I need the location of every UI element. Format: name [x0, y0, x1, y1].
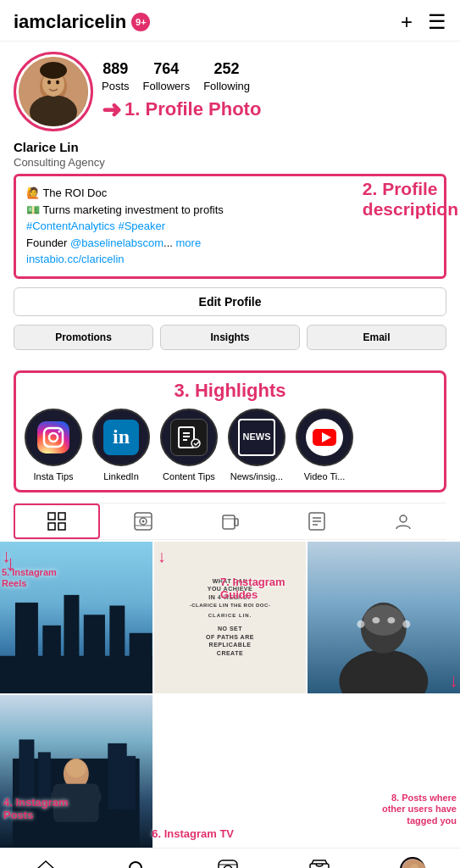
tab-igtv[interactable] — [186, 504, 273, 539]
grid-section: ↓ 5. Instagram Reels WHAT CAN YOU ACHIEV… — [0, 542, 460, 848]
svg-point-53 — [66, 760, 86, 778]
grid-cell-2[interactable]: WHAT CAN YOU ACHIEVE IN 4 WEEKS? -CLARIC… — [154, 542, 307, 694]
following-count: 252 — [214, 60, 240, 78]
highlight-insta-tips[interactable]: Insta Tips — [25, 409, 82, 481]
grid-cell-4[interactable] — [0, 695, 152, 848]
nav-shop[interactable] — [308, 859, 330, 868]
instagram-tv-annotation: 6. Instagram TV — [152, 827, 234, 841]
svg-point-55 — [130, 862, 141, 868]
profile-section: 889 Posts 764 Followers 252 Following ➜ … — [0, 42, 460, 370]
svg-rect-14 — [48, 513, 55, 520]
nav-reels[interactable] — [217, 859, 239, 868]
content-tips-icon — [170, 419, 208, 456]
highlights-border: 3. Highlights Insta Tips — [14, 370, 446, 492]
avatar — [19, 57, 88, 126]
followers-label: Followers — [143, 80, 191, 92]
svg-rect-38 — [0, 655, 152, 693]
bio-link[interactable]: instabio.cc/claricelin — [26, 253, 125, 265]
instagram-icon — [37, 421, 69, 453]
avatar-border — [14, 52, 93, 131]
svg-rect-16 — [48, 523, 55, 530]
home-icon — [35, 859, 57, 868]
instagram-guides-annotation: 7. Instagram Guides — [220, 576, 285, 602]
content-tab-bar — [14, 503, 446, 540]
posts-stat: 889 Posts — [102, 60, 130, 92]
guides-tab-icon — [308, 512, 326, 531]
action-buttons-row: Promotions Insights Email — [14, 325, 446, 353]
grid-tab-icon — [47, 512, 66, 531]
news-circle: NEWS — [228, 409, 285, 466]
profile-stats: 889 Posts 764 Followers 252 Following ➜ … — [102, 60, 446, 124]
email-button[interactable]: Email — [307, 325, 446, 350]
news-icon: NEWS — [238, 419, 275, 456]
highlight-label-news: News/insig... — [230, 471, 283, 481]
highlight-label-linkedin: LinkedIn — [103, 471, 139, 481]
svg-point-6 — [40, 62, 67, 79]
igtv-annotation-arrow: ↓ — [158, 547, 166, 566]
profile-subtitle: Consulting Agency — [14, 156, 446, 169]
following-label: Following — [203, 80, 250, 92]
youtube-icon — [306, 419, 343, 456]
highlight-content-tips[interactable]: Content Tips — [160, 409, 218, 481]
highlight-label-insta: Insta Tips — [33, 471, 73, 481]
bio-more-link[interactable]: more — [176, 236, 202, 249]
tagged-posts-annotation: 8. Posts where other users have tagged y… — [382, 793, 457, 826]
svg-point-39 — [340, 649, 429, 693]
bio-line-3: #ContentAnalytics #Speaker — [26, 218, 434, 235]
svg-point-5 — [56, 81, 59, 85]
svg-point-44 — [357, 620, 365, 627]
svg-point-11 — [191, 439, 200, 448]
highlights-row: Insta Tips in LinkedIn — [16, 409, 444, 481]
notification-badge[interactable]: 9+ — [131, 13, 150, 31]
highlight-label-video: Video Ti... — [304, 471, 346, 481]
header-left: iamclaricelin 9+ — [14, 11, 150, 33]
hashtag-speaker[interactable]: #Speaker — [118, 220, 165, 232]
highlights-annotation: 3. Highlights — [16, 380, 444, 402]
svg-point-20 — [142, 520, 145, 522]
following-stat[interactable]: 252 Following — [203, 60, 250, 92]
edit-profile-button[interactable]: Edit Profile — [14, 287, 446, 316]
insights-button[interactable]: Insights — [160, 325, 300, 350]
add-icon[interactable]: + — [401, 10, 413, 34]
tab-grid[interactable] — [14, 504, 100, 539]
followers-count: 764 — [153, 60, 179, 78]
svg-point-8 — [49, 433, 58, 442]
bio-line-4: Founder @baselinelabscom... more — [26, 235, 434, 252]
tab-guides[interactable] — [274, 504, 360, 539]
svg-point-43 — [388, 617, 396, 623]
linkedin-icon: in — [103, 420, 139, 455]
highlight-video[interactable]: Video Ti... — [296, 409, 353, 481]
highlight-news[interactable]: NEWS News/insig... — [228, 409, 285, 481]
grid-cell-1[interactable]: ↓ 5. Instagram Reels — [0, 542, 152, 694]
mention-baselinelabs[interactable]: @baselinelabscom — [70, 236, 163, 249]
header-icons: + ☰ — [401, 10, 446, 34]
svg-rect-23 — [223, 515, 235, 529]
linkedin-circle: in — [92, 409, 150, 466]
svg-point-4 — [47, 81, 51, 85]
svg-point-9 — [58, 430, 61, 432]
svg-point-41 — [363, 604, 404, 635]
nav-profile[interactable] — [400, 857, 425, 868]
profile-photo-annotation: 1. Profile Photo — [125, 99, 261, 120]
tab-tagged[interactable] — [360, 504, 446, 539]
insta-tips-circle — [25, 409, 82, 466]
profile-description-annotation: 2. Profile description — [363, 179, 458, 220]
menu-icon[interactable]: ☰ — [428, 10, 446, 34]
svg-rect-24 — [235, 519, 238, 526]
reels-tab-icon — [134, 512, 152, 531]
highlights-section: 3. Highlights Insta Tips — [14, 370, 446, 492]
reels-nav-icon — [217, 859, 239, 868]
followers-stat[interactable]: 764 Followers — [143, 60, 191, 92]
promotions-button[interactable]: Promotions — [14, 325, 153, 350]
posts-label: Posts — [102, 80, 130, 92]
nav-search[interactable] — [126, 859, 148, 868]
tab-reels[interactable] — [100, 504, 186, 539]
hashtag-contentanalytics[interactable]: #ContentAnalytics — [26, 220, 115, 232]
profile-name: Clarice Lin — [14, 140, 446, 154]
nav-home[interactable] — [35, 859, 57, 868]
video-circle — [296, 409, 353, 466]
highlight-linkedin[interactable]: in LinkedIn — [92, 409, 150, 481]
svg-point-42 — [373, 617, 380, 623]
reels-arrow: ↓ — [5, 550, 16, 576]
grid-cell-3[interactable]: ↓ — [308, 542, 460, 694]
